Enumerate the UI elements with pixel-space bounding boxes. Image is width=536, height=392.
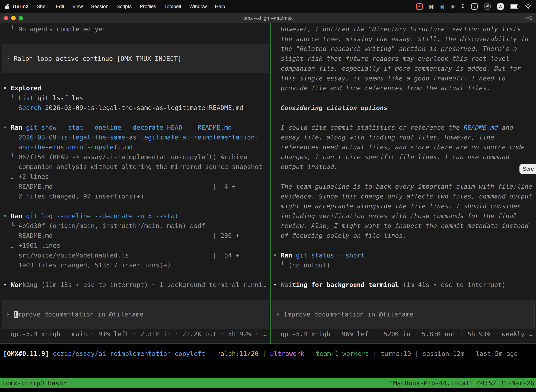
text-segment: slight risk that future readers may over… (273, 55, 509, 62)
prompt-input-box[interactable]: › Improve documentation in @filename (2, 300, 269, 329)
keypad-icon[interactable]: 8 (471, 3, 478, 10)
text-segment: output instead. (273, 163, 338, 170)
text-segment: | (369, 350, 381, 357)
minimize-button[interactable] (11, 16, 16, 20)
tmux-session-label: [omx-cczip0:bash* (2, 378, 67, 388)
text-segment: README.md | 280 + (3, 232, 239, 239)
close-button[interactable] (4, 16, 8, 20)
text-segment: └ No agents completed yet (3, 25, 106, 33)
terminal-blank-line (3, 270, 270, 280)
text-segment: 2026-03-09-is-legal-the-same-as-legitima… (3, 134, 258, 141)
text-segment: the source tree, missing the essay. Stil… (273, 35, 528, 42)
text-segment: … +1901 lines (3, 242, 60, 249)
app-grid-dots-icon[interactable]: ⠿ (461, 4, 465, 9)
text-segment: Ran (11, 124, 26, 131)
apple-logo-icon[interactable] (5, 4, 9, 9)
text-segment: However, I noticed the "Directory Struct… (273, 25, 521, 33)
gauge-icon[interactable]: .61 (484, 3, 491, 10)
text-segment: └ 4b9d30f (origin/main, instructkr/main,… (3, 222, 205, 229)
text-segment: (1m 41s • esc to interrupt) (399, 281, 506, 288)
text-segment: this single essay, it seems like a good … (273, 75, 506, 82)
terminal-line: companion analysis without altering the … (3, 162, 270, 172)
text-segment: The team guideline is to back every impo… (273, 183, 532, 190)
left-pane[interactable]: └ No agents completed yet› Ralph loop ac… (0, 23, 270, 344)
terminal-line: and-the-erosion-of-copyleft.md (3, 142, 270, 152)
battery-icon[interactable] (510, 4, 518, 9)
menu-edit[interactable]: Edit (52, 4, 68, 9)
terminal-line: └ 4b9d30f (origin/main, instructkr/main,… (3, 221, 270, 231)
text-segment: and (498, 124, 513, 131)
text-segment: I (14, 311, 18, 318)
menu-app-name[interactable]: iTerm2 (12, 4, 33, 9)
screen-share-button[interactable]: Scre (519, 164, 536, 174)
menu-help[interactable]: Help (211, 4, 229, 9)
text-segment: last:5m ago (476, 350, 518, 357)
menu-view[interactable]: View (68, 4, 87, 9)
terminal-blank-line (273, 241, 536, 250)
prompt-input-box[interactable]: › Improve documentation in @filename (272, 300, 535, 329)
zoom-button[interactable] (19, 16, 23, 20)
text-segment: › (6, 311, 14, 318)
text-segment: └ (no output) (273, 261, 330, 269)
text-segment: • (3, 281, 11, 288)
text-segment: I could cite commit statistics or refere… (273, 124, 464, 131)
menu-session[interactable]: Session (87, 4, 113, 9)
terminal-window: └ No agents completed yet› Ralph loop ac… (0, 23, 536, 344)
text-segment: git ls-files (34, 94, 83, 102)
terminal-line: • Explored (3, 83, 270, 93)
text-segment: gpt-5.4 xhigh · 96% left · 520K in · 5.8… (273, 330, 532, 338)
terminal-line: this single essay, it seems like a good … (273, 73, 536, 83)
terminal-line: evidence. Since this change only affects… (273, 191, 536, 201)
menu-window[interactable]: Window (185, 4, 211, 9)
screen-recording-icon[interactable] (416, 3, 423, 10)
menu-shell[interactable]: Shell (33, 4, 52, 9)
window-title-bar[interactable]: omx --xhigh --madmax ⌥⌘1 (0, 13, 536, 23)
text-segment: Ralph loop active continue [OMX_TMUX_INJ… (14, 55, 182, 62)
text-segment: Ran (11, 212, 26, 219)
text-segment: turns:10 (381, 350, 411, 357)
right-pane[interactable]: However, I noticed the "Directory Struct… (271, 23, 536, 344)
terminal-line: the source tree, missing the essay. Stil… (273, 34, 536, 44)
terminal-line: references need actual files, and since … (273, 142, 536, 152)
menu-scripts[interactable]: Scripts (113, 4, 136, 9)
terminal-line: Considering citation options (273, 103, 536, 113)
prompt-input-box[interactable]: › Ralph loop active continue [OMX_TMUX_I… (2, 44, 269, 73)
terminal-line: └ (no output) (273, 260, 536, 270)
tmux-host-clock: "MacBook-Pro-44.local" 04:52 31-Mar-26 (389, 378, 534, 388)
text-segment: | (411, 350, 422, 357)
menu-profiles[interactable]: Profiles (136, 4, 160, 9)
text-segment: Search (3, 104, 41, 111)
text-segment: git status --short (296, 252, 364, 259)
terminal-line: README.md | 4 + (3, 182, 270, 191)
app-swirl-icon[interactable]: ◉ (440, 4, 445, 9)
text-segment: including verification notes with those … (273, 212, 517, 219)
text-segment: • (273, 252, 281, 259)
text-segment: Wai (281, 281, 292, 288)
traffic-lights (4, 16, 23, 20)
terminal-line: of focusing solely on file lines. (273, 231, 536, 241)
terminal-line: essay file, along with finding root file… (273, 132, 536, 142)
menu-toolbelt[interactable]: Toolbelt (160, 4, 185, 9)
app-dark-icon[interactable]: ◆ (451, 4, 455, 9)
text-segment: review. Also, I might want to inspect th… (273, 222, 528, 229)
terminal-line: the "Related research writing" section i… (273, 44, 536, 54)
terminal-line: … +1901 lines (3, 241, 270, 250)
text-segment: Explored (11, 84, 41, 92)
text-segment: • (3, 212, 11, 219)
text-segment: essay file, along with finding root file… (273, 134, 494, 141)
wifi-icon[interactable] (525, 4, 531, 9)
window-grid-icon[interactable]: ▦ (429, 4, 434, 9)
text-segment: cczip/essay/ai-reimplementation-copyleft (53, 350, 205, 357)
text-segment: references need actual files, and since … (273, 144, 525, 151)
terminal-blank-line (3, 201, 270, 211)
terminal-line: └ 067f154 (HEAD -> essay/ai-reimplementa… (3, 152, 270, 162)
text-segment: | (304, 350, 316, 357)
terminal-blank-line (3, 34, 270, 44)
input-source-icon[interactable]: A (497, 3, 504, 10)
text-segment: of focusing solely on file lines. (273, 232, 407, 239)
text-segment: README.md (464, 124, 498, 131)
terminal-line: 2026-03-09-is-legal-the-same-as-legitima… (3, 132, 270, 142)
terminal-blank-line (273, 93, 536, 103)
text-segment: provide file and line references from th… (273, 84, 490, 92)
terminal-line: gpt-5.4 xhigh · main · 91% left · 2.31M … (3, 329, 270, 339)
